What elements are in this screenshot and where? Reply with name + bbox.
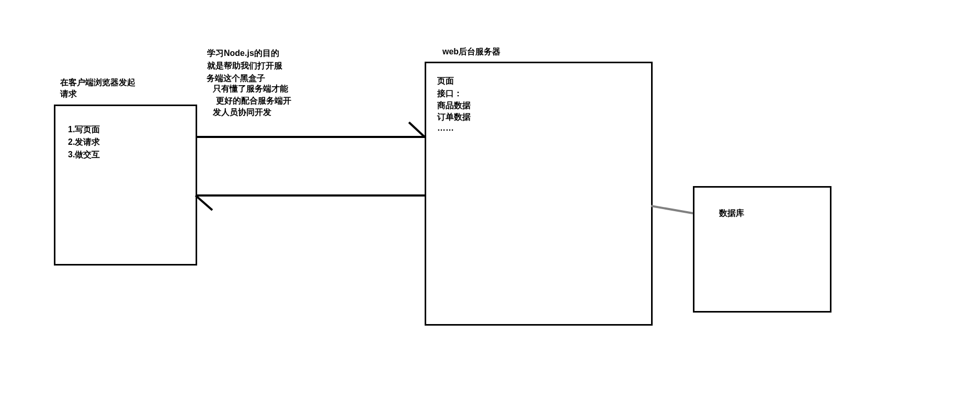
server-item-5: …… — [437, 123, 454, 133]
database-box — [693, 186, 831, 313]
middle-line-3: 务端这个黑盒子 — [207, 73, 265, 84]
svg-line-4 — [651, 206, 693, 213]
svg-line-1 — [409, 122, 425, 137]
database-title: 数据库 — [719, 208, 744, 219]
server-title: web后台服务器 — [442, 47, 500, 57]
client-title-line2: 请求 — [60, 89, 77, 100]
middle-line-2: 就是帮助我们打开服 — [207, 61, 282, 72]
svg-line-3 — [196, 195, 212, 210]
middle-line-1: 学习Node.js的目的 — [207, 48, 279, 59]
server-item-4: 订单数据 — [437, 112, 471, 123]
client-title-line1: 在客户端浏览器发起 — [60, 77, 135, 88]
server-item-1: 页面 — [437, 76, 454, 87]
server-item-2: 接口： — [437, 88, 462, 99]
client-item-2: 2.发请求 — [68, 137, 100, 148]
middle-line-4: 只有懂了服务端才能 — [213, 84, 288, 95]
client-item-3: 3.做交互 — [68, 149, 100, 160]
server-item-3: 商品数据 — [437, 100, 471, 111]
middle-line-5: 更好的配合服务端开 — [216, 96, 291, 107]
middle-line-6: 发人员协同开发 — [213, 107, 271, 118]
client-item-1: 1.写页面 — [68, 124, 100, 135]
